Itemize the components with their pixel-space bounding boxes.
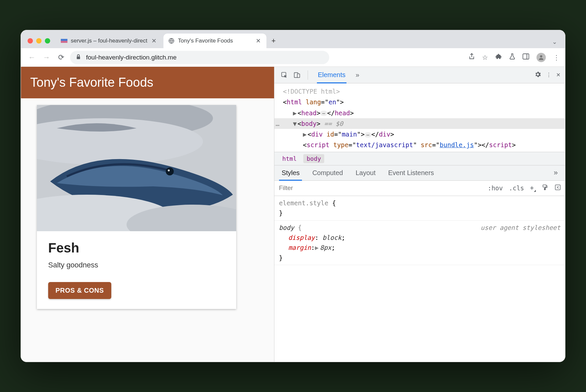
styles-tab-styles[interactable]: Styles — [276, 165, 305, 180]
dom-tree[interactable]: <!DOCTYPE html> <html lang="en"> ▶<head>… — [274, 83, 565, 152]
paint-icon[interactable] — [542, 184, 548, 192]
card-description: Salty goodness — [48, 261, 225, 269]
svg-rect-17 — [543, 185, 546, 187]
svg-rect-3 — [77, 56, 80, 59]
glitch-favicon — [61, 38, 67, 44]
devtools-toolbar: Elements » ⋮ ✕ — [274, 67, 565, 83]
rule-body[interactable]: user agent stylesheet body { display: bl… — [274, 221, 565, 265]
hov-toggle[interactable]: :hov — [488, 184, 503, 192]
window-controls — [25, 38, 55, 48]
dom-node-html[interactable]: <html lang="en"> — [274, 97, 565, 107]
card-title: Fesh — [48, 241, 225, 255]
minimize-window-button[interactable] — [36, 38, 42, 44]
globe-favicon — [168, 38, 175, 44]
browser-tab[interactable]: server.js – foul-heavenly-direct ✕ — [56, 34, 162, 48]
close-devtools-icon[interactable]: ✕ — [556, 72, 560, 78]
styles-tab-layout[interactable]: Layout — [350, 165, 381, 180]
inspect-element-icon[interactable] — [279, 70, 290, 80]
dom-node-div[interactable]: ▶<div id="main">⋯</div> — [274, 129, 565, 140]
zoom-window-button[interactable] — [45, 38, 50, 44]
menu-icon[interactable]: ⋮ — [553, 53, 560, 61]
panel-tab-elements[interactable]: Elements — [313, 67, 350, 83]
sidepanel-icon[interactable] — [523, 53, 529, 61]
tabs-dropdown-icon[interactable]: ⌄ — [552, 38, 557, 46]
kebab-menu-icon[interactable]: ⋮ — [546, 72, 551, 78]
close-tab-icon[interactable]: ✕ — [151, 37, 157, 45]
svg-rect-4 — [523, 54, 529, 59]
tab-title: Tony's Favorite Foods — [178, 38, 252, 44]
svg-rect-16 — [297, 74, 300, 77]
rule-element-style[interactable]: element.style { } — [274, 196, 565, 221]
doctype-line: <!DOCTYPE html> — [283, 88, 340, 95]
reload-button[interactable]: ⟳ — [55, 52, 67, 63]
new-style-rule-icon[interactable]: +◢ — [530, 184, 536, 192]
lock-icon — [76, 54, 81, 61]
back-button[interactable]: ← — [26, 52, 38, 63]
svg-point-6 — [540, 55, 542, 57]
styles-filter-input[interactable] — [278, 184, 398, 192]
svg-rect-19 — [555, 185, 560, 190]
dom-breadcrumb: html body — [274, 152, 565, 165]
labs-icon[interactable] — [509, 53, 515, 61]
extensions-icon[interactable] — [495, 53, 502, 61]
tab-strip: server.js – foul-heavenly-direct ✕ Tony'… — [21, 30, 565, 48]
svg-rect-0 — [61, 39, 67, 41]
browser-window: server.js – foul-heavenly-direct ✕ Tony'… — [21, 30, 565, 362]
pros-cons-button[interactable]: PROS & CONS — [48, 282, 111, 299]
food-card: Fesh Salty goodness PROS & CONS — [37, 105, 236, 309]
cls-toggle[interactable]: .cls — [509, 184, 524, 192]
url-input[interactable] — [85, 53, 323, 61]
rendered-page: Tony's Favorite Foods — [21, 67, 274, 362]
computed-toggle-icon[interactable] — [554, 184, 561, 192]
settings-icon[interactable] — [534, 71, 541, 79]
browser-toolbar: ← → ⟳ ☆ ⋮ — [21, 48, 565, 67]
close-tab-icon[interactable]: ✕ — [255, 37, 262, 45]
svg-point-10 — [166, 167, 174, 175]
tab-title: server.js – foul-heavenly-direct — [71, 38, 147, 44]
crumb-body[interactable]: body — [303, 154, 324, 163]
profile-avatar[interactable] — [537, 53, 546, 62]
stylesheet-source: user agent stylesheet — [481, 223, 560, 233]
dom-node-head[interactable]: ▶<head>⋯</head> — [274, 108, 565, 118]
forward-button[interactable]: → — [41, 52, 52, 63]
close-window-button[interactable] — [28, 38, 33, 44]
more-tabs-icon[interactable]: » — [548, 165, 563, 180]
address-bar[interactable] — [70, 51, 329, 64]
crumb-html[interactable]: html — [279, 154, 300, 163]
styles-pane-tabs: Styles Computed Layout Event Listeners » — [274, 165, 565, 181]
star-icon[interactable]: ☆ — [482, 53, 488, 61]
device-toggle-icon[interactable] — [292, 70, 302, 80]
new-tab-button[interactable]: + — [268, 35, 280, 47]
dom-node-script[interactable]: <script type="text/javascript" src="bund… — [274, 140, 565, 150]
dom-node-body[interactable]: ▼<body> == $0 — [274, 118, 565, 129]
more-tabs-icon[interactable]: » — [352, 70, 363, 80]
styles-tab-eventlisteners[interactable]: Event Listeners — [383, 165, 439, 180]
styles-rules: element.style { } user agent stylesheet … — [274, 196, 565, 362]
food-image — [37, 105, 236, 231]
svg-rect-1 — [61, 41, 67, 43]
svg-rect-18 — [544, 188, 545, 190]
page-title: Tony's Favorite Foods — [21, 67, 274, 98]
styles-tab-computed[interactable]: Computed — [307, 165, 348, 180]
styles-toolbar: :hov .cls +◢ — [274, 181, 565, 196]
svg-point-11 — [168, 169, 170, 171]
devtools-panel: Elements » ⋮ ✕ <!DOCTYPE html> <html lan… — [274, 67, 565, 362]
browser-tab[interactable]: Tony's Favorite Foods ✕ — [163, 34, 266, 48]
share-icon[interactable] — [469, 53, 475, 61]
